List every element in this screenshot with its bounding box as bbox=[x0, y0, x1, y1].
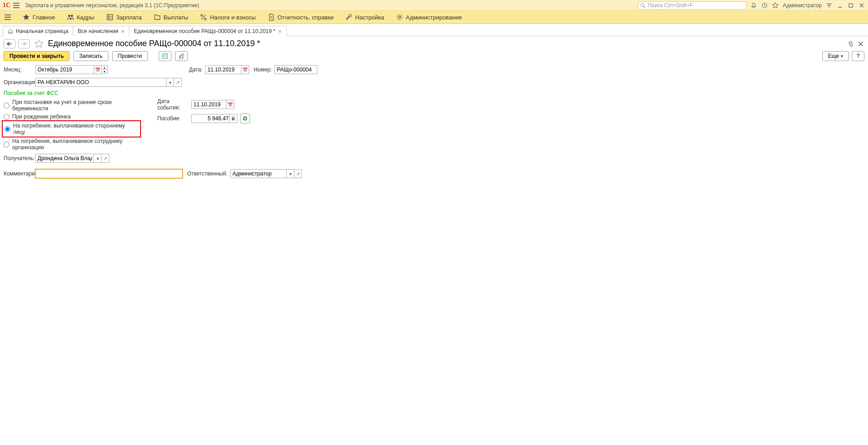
history-icon[interactable] bbox=[761, 2, 768, 9]
folder-icon bbox=[154, 14, 161, 21]
svg-line-1 bbox=[644, 6, 646, 8]
event-date-label: Дата события: bbox=[157, 98, 191, 111]
table-icon bbox=[106, 14, 113, 21]
date-input[interactable] bbox=[205, 65, 241, 74]
back-button[interactable] bbox=[4, 39, 15, 48]
number-input[interactable] bbox=[274, 65, 317, 74]
dropdown-icon[interactable]: ▾ bbox=[286, 169, 294, 178]
refresh-button[interactable] bbox=[240, 114, 250, 123]
app-logo: 1C bbox=[3, 2, 10, 9]
org-input[interactable] bbox=[35, 78, 166, 87]
menu-nalogi[interactable]: Налоги и взносы bbox=[194, 12, 261, 23]
people-icon bbox=[67, 14, 74, 21]
step-down-icon[interactable]: ▼ bbox=[101, 69, 108, 74]
star-icon bbox=[23, 14, 30, 21]
svg-point-0 bbox=[641, 3, 645, 7]
tab-document[interactable]: Единовременное пособие РАЩо-000004 от 11… bbox=[129, 26, 287, 36]
minimize-icon[interactable] bbox=[836, 2, 844, 9]
month-input[interactable] bbox=[35, 65, 94, 74]
open-icon[interactable]: ↗ bbox=[294, 169, 302, 178]
post-button[interactable]: Провести bbox=[112, 51, 148, 61]
sections-menu-icon[interactable] bbox=[5, 13, 13, 21]
gear-icon bbox=[396, 14, 403, 21]
open-icon[interactable]: ↗ bbox=[174, 78, 182, 87]
calendar-icon[interactable]: 📅 bbox=[94, 65, 102, 74]
month-stepper[interactable]: ▲ ▼ bbox=[101, 65, 108, 74]
month-label: Месяц: bbox=[4, 66, 35, 73]
percent-icon bbox=[200, 14, 207, 21]
close-panel-icon[interactable] bbox=[857, 40, 864, 47]
user-label[interactable]: Администратор bbox=[783, 2, 822, 9]
menu-kadry[interactable]: Кадры bbox=[61, 12, 100, 23]
dropdown-icon[interactable]: ▾ bbox=[166, 78, 174, 87]
list-icon bbox=[162, 53, 168, 59]
fss-section-title: Пособие за счет ФСС bbox=[4, 90, 864, 96]
svg-rect-7 bbox=[107, 14, 113, 20]
comment-input[interactable] bbox=[35, 169, 183, 178]
hamburger-icon[interactable] bbox=[13, 1, 21, 9]
window-options-icon[interactable] bbox=[826, 2, 833, 9]
open-icon[interactable]: ↗ bbox=[101, 154, 109, 163]
radio-early-pregnancy[interactable]: При постановке на учет в ранние сроки бе… bbox=[4, 98, 139, 113]
tab-all-accruals[interactable]: Все начисления × bbox=[73, 26, 129, 36]
refresh-icon bbox=[242, 115, 248, 122]
recipient-label: Получатель: bbox=[4, 155, 35, 161]
calculator-icon[interactable]: 🖩 bbox=[229, 114, 237, 123]
document-icon bbox=[268, 14, 275, 21]
forward-button[interactable] bbox=[18, 39, 30, 48]
svg-point-6 bbox=[71, 15, 73, 17]
titlebar: 1C Зарплата и управление персоналом, ред… bbox=[0, 0, 868, 11]
org-label: Организация: bbox=[4, 79, 35, 85]
tabs-bar: Начальная страница Все начисления × Един… bbox=[0, 24, 868, 36]
attachments-button[interactable] bbox=[175, 51, 188, 61]
svg-rect-4 bbox=[849, 4, 853, 7]
menu-nastroika[interactable]: Настройка bbox=[340, 12, 390, 23]
svg-rect-17 bbox=[162, 54, 167, 59]
dropdown-icon[interactable]: ▾ bbox=[94, 154, 102, 163]
calendar-icon[interactable]: 📅 bbox=[226, 100, 234, 109]
close-icon[interactable] bbox=[858, 2, 865, 9]
search-input[interactable]: Поиск Ctrl+Shift+F bbox=[638, 1, 746, 9]
link-icon[interactable] bbox=[847, 40, 854, 47]
bell-icon[interactable] bbox=[750, 2, 757, 9]
command-bar: Провести и закрыть Записать Провести Еще… bbox=[0, 49, 868, 65]
wrench-icon bbox=[345, 14, 353, 21]
change-form-button[interactable] bbox=[159, 51, 171, 61]
close-icon[interactable]: × bbox=[278, 28, 282, 34]
svg-line-13 bbox=[201, 15, 206, 19]
home-icon bbox=[8, 28, 13, 34]
radio-funeral-external[interactable]: На погребение, выплачиваемое стороннему … bbox=[5, 122, 138, 136]
svg-point-12 bbox=[204, 18, 206, 20]
search-icon bbox=[640, 3, 646, 8]
menubar: Главное Кадры Зарплата Выплаты Налоги и … bbox=[0, 11, 868, 24]
favorite-icon[interactable] bbox=[34, 39, 43, 48]
date-label: Дата: bbox=[189, 66, 203, 73]
tab-home[interactable]: Начальная страница bbox=[3, 26, 73, 36]
menu-zarplata[interactable]: Зарплата bbox=[101, 12, 147, 23]
responsible-input[interactable] bbox=[230, 169, 287, 178]
menu-vyplaty[interactable]: Выплаты bbox=[148, 12, 194, 23]
close-icon[interactable]: × bbox=[121, 28, 125, 34]
maximize-icon[interactable] bbox=[847, 2, 854, 9]
content-toolbar: Единовременное пособие РАЩо-000004 от 11… bbox=[0, 36, 868, 49]
paperclip-icon bbox=[178, 53, 184, 59]
form-area: Месяц: 📅 ▲ ▼ Дата: 📅 Номер: Организация:… bbox=[0, 65, 868, 185]
post-and-close-button[interactable]: Провести и закрыть bbox=[4, 51, 70, 61]
svg-point-16 bbox=[398, 16, 401, 19]
event-date-input[interactable] bbox=[191, 100, 226, 109]
radio-funeral-employee[interactable]: На погребение, выплачиваемое сотруднику … bbox=[4, 137, 139, 151]
more-button[interactable]: Еще ▾ bbox=[822, 51, 849, 61]
calendar-icon[interactable]: 📅 bbox=[241, 65, 249, 74]
page-title: Единовременное пособие РАЩо-000004 от 11… bbox=[48, 39, 260, 48]
star-icon[interactable] bbox=[772, 2, 779, 9]
benefit-input[interactable] bbox=[191, 114, 230, 123]
save-button[interactable]: Записать bbox=[73, 51, 108, 61]
menu-otchet[interactable]: Отчетность, справки bbox=[262, 12, 339, 23]
menu-main[interactable]: Главное bbox=[17, 12, 61, 23]
help-button[interactable]: ? bbox=[852, 51, 864, 61]
svg-point-5 bbox=[68, 15, 70, 17]
recipient-input[interactable] bbox=[35, 154, 94, 163]
radio-birth[interactable]: При рождении ребенка bbox=[4, 113, 139, 121]
menu-admin[interactable]: Администрирование bbox=[391, 12, 467, 23]
svg-point-11 bbox=[201, 14, 203, 16]
